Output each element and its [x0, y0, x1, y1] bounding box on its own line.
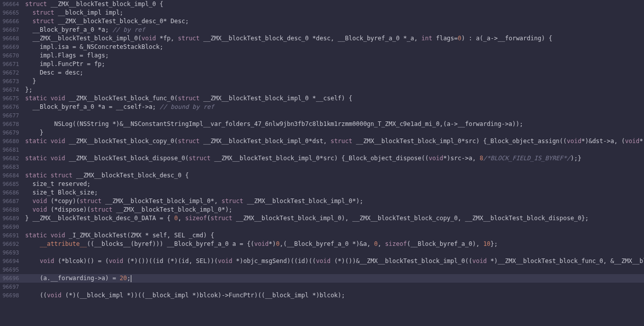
line-number: 96686 — [0, 188, 24, 197]
code-content[interactable]: void (*blcok)() = (void (*)())((id (*)(i… — [24, 257, 644, 266]
code-line[interactable]: 96692 __attribute__((__blocks__(byref)))… — [0, 240, 644, 248]
code-line[interactable]: 96681 — [0, 146, 644, 154]
line-number: 96693 — [0, 248, 24, 257]
code-line[interactable]: 96668 __ZMX__blockTest_block_impl_0(void… — [0, 34, 644, 43]
code-content[interactable]: struct __block_impl impl; — [24, 9, 644, 17]
code-content[interactable] — [24, 248, 644, 257]
code-line[interactable]: 96673 } — [0, 77, 644, 86]
code-content[interactable]: void (*copy)(struct __ZMX__blockTest_blo… — [24, 197, 644, 206]
line-number: 96696 — [0, 274, 24, 283]
code-line[interactable]: 96664struct __ZMX__blockTest_block_impl_… — [0, 0, 644, 9]
code-line[interactable]: 96685 size_t reserved; — [0, 180, 644, 188]
code-content[interactable]: ((void (*)(__block_impl *))((__block_imp… — [24, 291, 644, 300]
line-number: 96690 — [0, 223, 24, 231]
code-line[interactable]: 96698 ((void (*)(__block_impl *))((__blo… — [0, 291, 644, 300]
code-content[interactable]: static void _I_ZMX_blockTest(ZMX * self,… — [24, 231, 644, 240]
line-number: 96689 — [0, 214, 24, 223]
code-content[interactable]: Desc = desc; — [24, 69, 644, 77]
code-content[interactable]: struct __ZMX__blockTest_block_impl_0 { — [24, 0, 644, 9]
line-number: 96664 — [0, 0, 24, 9]
code-content[interactable] — [24, 163, 644, 171]
code-line[interactable]: 96693 — [0, 248, 644, 257]
code-line[interactable]: 96682static void __ZMX__blockTest_block_… — [0, 154, 644, 163]
line-number: 96665 — [0, 9, 24, 17]
line-number: 96694 — [0, 257, 24, 266]
line-number: 96682 — [0, 154, 24, 163]
code-line[interactable]: 96672 Desc = desc; — [0, 69, 644, 77]
code-line[interactable]: 96665 struct __block_impl impl; — [0, 9, 644, 17]
line-number: 96688 — [0, 206, 24, 214]
code-content[interactable]: } __ZMX__blockTest_block_desc_0_DATA = {… — [24, 214, 644, 223]
code-line[interactable]: 96687 void (*copy)(struct __ZMX__blockTe… — [0, 197, 644, 206]
code-content[interactable]: static struct __ZMX__blockTest_block_des… — [24, 171, 644, 180]
line-number: 96679 — [0, 128, 24, 137]
line-number: 96677 — [0, 111, 24, 120]
line-number: 96673 — [0, 77, 24, 86]
code-line[interactable]: 96677 — [0, 111, 644, 120]
code-content[interactable]: __attribute__((__blocks__(byref))) __Blo… — [24, 240, 644, 248]
code-line[interactable]: 96667 __Block_byref_a_0 *a; // by ref — [0, 26, 644, 34]
code-content[interactable]: (a.__forwarding->a) = 20; — [24, 274, 644, 283]
code-content[interactable]: void (*dispose)(struct __ZMX__blockTest_… — [24, 206, 644, 214]
code-content[interactable]: __Block_byref_a_0 *a; // by ref — [24, 26, 644, 34]
code-content[interactable] — [24, 146, 644, 154]
code-content[interactable] — [24, 111, 644, 120]
code-content[interactable]: impl.FuncPtr = fp; — [24, 60, 644, 69]
code-content[interactable]: size_t reserved; — [24, 180, 644, 188]
code-content[interactable]: } — [24, 77, 644, 86]
line-number: 96671 — [0, 60, 24, 69]
code-content[interactable]: static void __ZMX__blockTest_block_func_… — [24, 94, 644, 103]
code-line[interactable]: 96690 — [0, 223, 644, 231]
code-line[interactable]: 96674}; — [0, 86, 644, 94]
code-line[interactable]: 96678 NSLog((NSString *)&__NSConstantStr… — [0, 120, 644, 128]
code-line[interactable]: 96676 __Block_byref_a_0 *a = __cself->a;… — [0, 103, 644, 111]
code-content[interactable]: size_t Block_size; — [24, 188, 644, 197]
line-number: 96685 — [0, 180, 24, 188]
code-line[interactable]: 96675static void __ZMX__blockTest_block_… — [0, 94, 644, 103]
code-line[interactable]: 96694 void (*blcok)() = (void (*)())((id… — [0, 257, 644, 266]
code-line[interactable]: 96679 } — [0, 128, 644, 137]
code-editor[interactable]: 96664struct __ZMX__blockTest_block_impl_… — [0, 0, 644, 300]
line-number: 96698 — [0, 291, 24, 300]
code-line[interactable]: 96691static void _I_ZMX_blockTest(ZMX * … — [0, 231, 644, 240]
code-line[interactable]: 96688 void (*dispose)(struct __ZMX__bloc… — [0, 206, 644, 214]
code-line[interactable]: 96680static void __ZMX__blockTest_block_… — [0, 137, 644, 146]
code-line[interactable]: 96669 impl.isa = &_NSConcreteStackBlock; — [0, 43, 644, 51]
line-number: 96684 — [0, 171, 24, 180]
line-number: 96695 — [0, 266, 24, 274]
code-line[interactable]: 96684static struct __ZMX__blockTest_bloc… — [0, 171, 644, 180]
code-content[interactable]: static void __ZMX__blockTest_block_copy_… — [24, 137, 644, 146]
code-content[interactable]: impl.Flags = flags; — [24, 51, 644, 60]
code-content[interactable] — [24, 283, 644, 291]
line-number: 96670 — [0, 51, 24, 60]
code-content[interactable]: struct __ZMX__blockTest_block_desc_0* De… — [24, 17, 644, 26]
code-line[interactable]: 96695 — [0, 266, 644, 274]
line-number: 96667 — [0, 26, 24, 34]
code-line[interactable]: 96696 (a.__forwarding->a) = 20; — [0, 274, 644, 283]
text-cursor — [131, 275, 131, 282]
line-number: 96678 — [0, 120, 24, 128]
line-number: 96666 — [0, 17, 24, 26]
line-number: 96692 — [0, 240, 24, 248]
code-content[interactable]: } — [24, 128, 644, 137]
line-number: 96691 — [0, 231, 24, 240]
code-line[interactable]: 96697 — [0, 283, 644, 291]
code-content[interactable]: static void __ZMX__blockTest_block_dispo… — [24, 154, 644, 163]
code-content[interactable]: }; — [24, 86, 644, 94]
code-line[interactable]: 96683 — [0, 163, 644, 171]
code-line[interactable]: 96666 struct __ZMX__blockTest_block_desc… — [0, 17, 644, 26]
code-content[interactable]: __ZMX__blockTest_block_impl_0(void *fp, … — [24, 34, 644, 43]
code-content[interactable] — [24, 266, 644, 274]
line-number: 96687 — [0, 197, 24, 206]
code-content[interactable] — [24, 223, 644, 231]
code-content[interactable]: __Block_byref_a_0 *a = __cself->a; // bo… — [24, 103, 644, 111]
code-content[interactable]: impl.isa = &_NSConcreteStackBlock; — [24, 43, 644, 51]
line-number: 96697 — [0, 283, 24, 291]
line-number: 96675 — [0, 94, 24, 103]
code-line[interactable]: 96689} __ZMX__blockTest_block_desc_0_DAT… — [0, 214, 644, 223]
line-number: 96669 — [0, 43, 24, 51]
code-line[interactable]: 96671 impl.FuncPtr = fp; — [0, 60, 644, 69]
code-line[interactable]: 96686 size_t Block_size; — [0, 188, 644, 197]
code-line[interactable]: 96670 impl.Flags = flags; — [0, 51, 644, 60]
code-content[interactable]: NSLog((NSString *)&__NSConstantStringImp… — [24, 120, 644, 128]
